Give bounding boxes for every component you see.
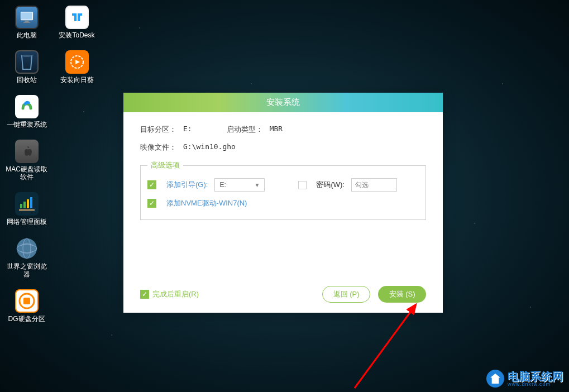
install-button[interactable]: 安装 (S) <box>378 286 426 303</box>
icon-label: 安装ToDesk <box>59 31 94 39</box>
diskgenius-icon <box>15 289 39 313</box>
monitor-icon <box>15 6 39 29</box>
desktop-icon-network[interactable]: 网络管理面板 <box>6 192 47 226</box>
dialog-body: 目标分区： E: 启动类型： MBR 映像文件： G:\win10.gho 高级… <box>123 112 443 228</box>
recyclebin-icon <box>15 50 39 74</box>
back-button[interactable]: 返回 (P) <box>322 286 370 303</box>
svg-rect-9 <box>30 197 32 208</box>
annotation-arrow <box>352 299 430 392</box>
todesk-icon <box>65 6 89 29</box>
svg-rect-6 <box>20 204 22 208</box>
desktop-icons-area: 此电脑 安装ToDesk 回收站 安装向日葵 一键重装系统 <box>6 6 98 334</box>
chevron-down-icon: ▼ <box>254 182 260 188</box>
boot-drive-value: E: <box>219 181 226 189</box>
svg-point-11 <box>17 238 37 259</box>
reinstall-icon <box>15 95 39 118</box>
add-boot-checkbox[interactable]: ✓ <box>147 180 156 189</box>
install-system-dialog: 安装系统 目标分区： E: 启动类型： MBR 映像文件： G:\win10.g… <box>123 93 443 313</box>
desktop-icon-recyclebin[interactable]: 回收站 <box>6 50 47 84</box>
svg-line-17 <box>355 304 416 388</box>
desktop-icon-dg[interactable]: DG硬盘分区 <box>6 289 47 323</box>
image-file-label: 映像文件： <box>140 142 176 152</box>
boot-type-label: 启动类型： <box>227 125 263 135</box>
sunflower-icon <box>65 50 89 74</box>
desktop-icon-todesk[interactable]: 安装ToDesk <box>56 6 98 39</box>
restart-label: 完成后重启(R) <box>152 289 199 299</box>
svg-marker-5 <box>75 60 80 64</box>
desktop-icon-sunflower[interactable]: 安装向日葵 <box>56 50 98 84</box>
boot-drive-select[interactable]: E: ▼ <box>214 178 265 192</box>
desktop-icon-reinstall[interactable]: 一键重装系统 <box>6 95 47 128</box>
watermark-title: 电脑系统网 <box>508 371 563 382</box>
svg-rect-2 <box>23 22 30 23</box>
dialog-title: 安装系统 <box>123 93 443 112</box>
add-boot-label: 添加引导(G): <box>166 180 208 190</box>
password-checkbox[interactable] <box>298 181 307 189</box>
password-input[interactable] <box>351 178 397 192</box>
desktop-icon-browser[interactable]: 世界之窗浏览器 <box>6 237 47 278</box>
icon-label: 回收站 <box>17 76 37 84</box>
advanced-legend: 高级选项 <box>147 160 183 170</box>
target-partition-label: 目标分区： <box>140 125 176 135</box>
icon-label: MAC硬盘读取软件 <box>6 165 47 181</box>
dialog-footer: ✓ 完成后重启(R) 返回 (P) 安装 (S) <box>140 286 426 303</box>
icon-label: 网络管理面板 <box>7 218 47 226</box>
svg-rect-8 <box>27 199 29 208</box>
icon-label: 安装向日葵 <box>60 76 94 84</box>
nvme-checkbox[interactable]: ✓ <box>147 199 156 208</box>
world-browser-icon <box>15 237 39 260</box>
mac-disk-icon <box>15 140 39 163</box>
advanced-options-fieldset: 高级选项 ✓ 添加引导(G): E: ▼ 密码(W): ✓ 添加NVME驱动-W… <box>140 160 426 220</box>
watermark-url: www.dnxtw.com <box>508 382 563 387</box>
svg-rect-15 <box>23 298 30 304</box>
network-panel-icon <box>15 192 39 216</box>
svg-rect-0 <box>21 12 32 20</box>
icon-label: DG硬盘分区 <box>8 315 45 323</box>
watermark: 电脑系统网 www.dnxtw.com <box>486 370 563 388</box>
restart-checkbox[interactable]: ✓ <box>140 290 149 299</box>
svg-rect-1 <box>25 21 28 22</box>
desktop-icon-thispc[interactable]: 此电脑 <box>6 6 47 39</box>
icon-label: 世界之窗浏览器 <box>6 262 47 278</box>
nvme-label: 添加NVME驱动-WIN7(N) <box>166 198 247 208</box>
svg-rect-10 <box>19 209 35 211</box>
watermark-logo-icon <box>486 370 504 388</box>
target-partition-value: E: <box>183 125 192 135</box>
desktop-icon-macdisk[interactable]: MAC硬盘读取软件 <box>6 140 47 181</box>
icon-label: 此电脑 <box>17 31 37 39</box>
image-file-value: G:\win10.gho <box>183 142 236 152</box>
password-label: 密码(W): <box>316 180 345 190</box>
svg-point-3 <box>22 55 32 57</box>
svg-rect-7 <box>23 202 26 208</box>
icon-label: 一键重装系统 <box>7 121 47 128</box>
boot-type-value: MBR <box>270 125 283 135</box>
